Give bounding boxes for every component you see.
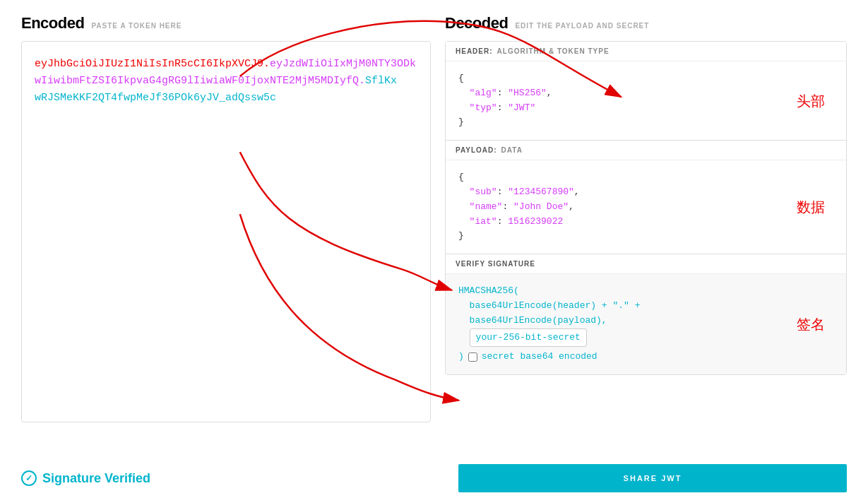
sig-verified: ✓ Signature Verified xyxy=(21,470,150,486)
header-section: HEADER: ALGORITHM & TOKEN TYPE { "alg": … xyxy=(446,42,846,141)
token-dot2: . xyxy=(359,75,365,87)
payload-iat-key: "iat" xyxy=(470,216,497,227)
decoded-title: Decoded xyxy=(445,14,508,32)
payload-sub-key: "sub" xyxy=(470,186,497,197)
header-typ-key: "typ" xyxy=(470,102,497,113)
header-colon2: : xyxy=(497,102,509,113)
header-json-open: { xyxy=(458,73,464,83)
payload-sub-val: "1234567890" xyxy=(508,186,574,197)
sig-annotation: 签名 xyxy=(797,313,825,336)
header-typ-val: "JWT" xyxy=(508,102,535,113)
share-jwt-button[interactable]: SHARE JWT xyxy=(458,464,847,492)
payload-label: PAYLOAD: xyxy=(456,146,497,154)
base64-checkbox[interactable] xyxy=(468,352,477,362)
sig-verified-label: Signature Verified xyxy=(42,471,150,486)
signature-section-header: VERIFY SIGNATURE xyxy=(446,254,846,274)
payload-section-body[interactable]: { "sub": "1234567890", "name": "John Doe… xyxy=(446,160,846,254)
main-container: Encoded PASTE A TOKEN HERE eyJhbGciOiJIU… xyxy=(0,0,868,498)
sig-func: HMACSHA256( xyxy=(458,285,519,296)
header-sublabel: ALGORITHM & TOKEN TYPE xyxy=(497,47,610,55)
bottom-row: ✓ Signature Verified SHARE JWT xyxy=(21,456,847,498)
header-colon1: : xyxy=(497,88,509,98)
header-label: HEADER: xyxy=(456,47,493,55)
decoded-subtitle: EDIT THE PAYLOAD AND SECRET xyxy=(515,22,649,30)
decoded-panel: Decoded EDIT THE PAYLOAD AND SECRET HEAD… xyxy=(445,14,847,456)
signature-section: VERIFY SIGNATURE HMACSHA256( base64UrlEn… xyxy=(446,254,846,374)
header-section-header: HEADER: ALGORITHM & TOKEN TYPE xyxy=(446,42,846,61)
payload-name-val: "John Doe" xyxy=(513,201,569,212)
encoded-header: Encoded PASTE A TOKEN HERE xyxy=(21,14,431,32)
panels-row: Encoded PASTE A TOKEN HERE eyJhbGciOiJIU… xyxy=(21,14,847,456)
secret-input[interactable]: your-256-bit-secret xyxy=(470,328,587,348)
encoded-box[interactable]: eyJhbGciOiJIUzI1NiIsInR5cCI6IkpXVCJ9.eyJ… xyxy=(21,41,431,422)
header-annotation: 头部 xyxy=(797,90,825,112)
encoded-panel: Encoded PASTE A TOKEN HERE eyJhbGciOiJIU… xyxy=(21,14,431,456)
payload-section: PAYLOAD: DATA { "sub": "1234567890", "na… xyxy=(446,141,846,254)
header-section-body[interactable]: { "alg": "HS256", "typ": "JWT" } 头部 xyxy=(446,61,846,140)
payload-iat-val: 1516239022 xyxy=(508,216,563,227)
sig-line1: base64UrlEncode(header) + "." + xyxy=(470,300,641,311)
token-dot1: . xyxy=(263,58,270,70)
checkbox-row: ) secret base64 encoded xyxy=(458,350,833,364)
sig-close: ) xyxy=(458,350,464,364)
payload-annotation: 数据 xyxy=(797,196,825,218)
payload-name-key: "name" xyxy=(470,201,503,212)
header-alg-key: "alg" xyxy=(470,88,497,98)
payload-json-open: { xyxy=(458,172,464,182)
header-alg-val: "HS256" xyxy=(508,88,547,98)
token-part1: eyJhbGciOiJIUzI1NiIsInR5cCI6IkpXVCJ9 xyxy=(35,58,263,70)
signature-label: VERIFY SIGNATURE xyxy=(456,260,535,268)
decoded-header: Decoded EDIT THE PAYLOAD AND SECRET xyxy=(445,14,847,32)
signature-section-body: HMACSHA256( base64UrlEncode(header) + ".… xyxy=(446,274,846,374)
encoded-title: Encoded xyxy=(21,14,84,32)
decoded-sections: HEADER: ALGORITHM & TOKEN TYPE { "alg": … xyxy=(445,41,847,375)
payload-sublabel: DATA xyxy=(501,146,523,154)
checkbox-label: secret base64 encoded xyxy=(482,350,598,364)
check-icon: ✓ xyxy=(21,470,37,486)
payload-json-close: } xyxy=(458,230,464,241)
payload-section-header: PAYLOAD: DATA xyxy=(446,141,846,160)
encoded-subtitle: PASTE A TOKEN HERE xyxy=(91,22,182,30)
header-json-close: } xyxy=(458,117,464,127)
sig-line2: base64UrlEncode(payload), xyxy=(470,315,607,326)
